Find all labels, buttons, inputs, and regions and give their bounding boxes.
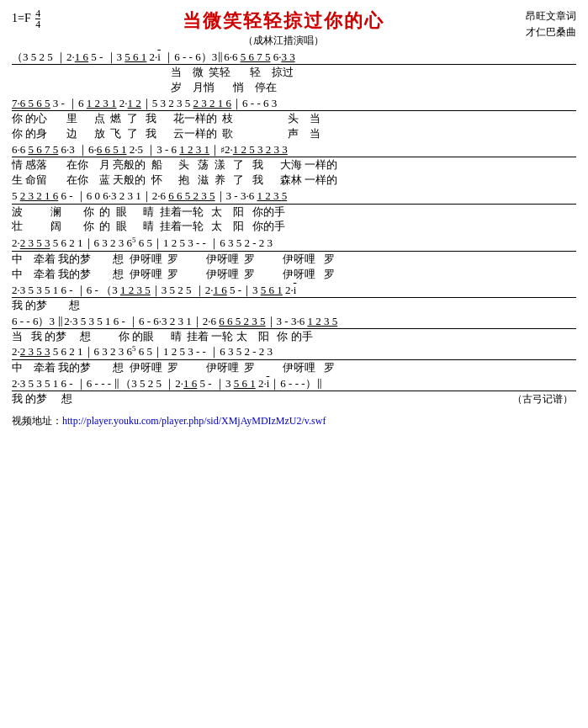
line5-block: 2·2 3 5 3 5 6 2 1｜6 3 2 3 65 6 5｜1 2 5 3… [12,236,576,281]
line9-bottom: 我 的梦 想 （古弓记谱） [12,392,576,409]
line2-block: 7·6 5 6 5 3 - ｜6 1 2 3 1 2·1 2｜5 3 2 3 5… [12,98,576,141]
line3-block: 6·6 5 6 7 5 6·3 ｜6·6 6 5 1 2·5 ｜3 - 6 1 … [12,144,576,188]
line7-notation: 6 - - 6）3 ‖2·3 5 3 5 1 6 - ｜6 - 6·3 2 3 … [12,316,576,329]
line2-lyrics2: 你 的身 边 放 飞 了 我 云一样的 歌 声 当 [12,127,576,141]
url-prefix: 视频地址： [12,415,62,427]
line7-block: 6 - - 6）3 ‖2·3 5 3 5 1 6 - ｜6 - 6·3 2 3 … [12,316,576,344]
line4-notation: 5 2 3 2 1 6 6 - ｜6 0 6·3 2 3 1｜2·6 6 6 5… [12,190,576,204]
line5-lyrics2: 中 牵着 我的梦 想 伊呀哩 罗 伊呀哩 罗 伊呀哩 罗 [12,268,576,282]
line4-lyrics1: 波 澜 你 的 眼 晴 挂着一轮 太 阳 你的手 [12,205,576,220]
line3-lyrics2: 生 命留 在你 蓝 天般的 怀 抱 滋 养 了 我 森林 一样的 [12,173,576,188]
line1-lyrics2: 岁 月悄 悄 停在 [12,81,576,95]
url-line: 视频地址：http://player.youku.com/player.php/… [12,414,576,428]
line3-lyrics1: 情 感落 在你 月 亮般的 船 头 荡 漾 了 我 大海 一样的 [12,158,576,173]
line8-notation: 2·2 3 5 3 5 6 2 1｜6 3 2 3 65 6 5｜1 2 5 3… [12,345,576,360]
author1: 昂旺文章词 [526,8,576,24]
line7-lyrics1: 当 我 的梦 想 你 的眼 晴 挂着 一轮 太 阳 你 的手 [12,330,576,344]
url-link[interactable]: http://player.youku.com/player.php/sid/X… [62,415,326,427]
line9-lyrics1: 我 的梦 想 [12,392,72,407]
line6-notation: 2·3 5 3 5 1 6 - ｜6 - （3 1 2 3 5｜3 5 2 5 … [12,284,576,298]
line1-notation: （3 5 2 5 ｜2·1 6 5 - ｜3 5 6 1 2·i ｜6 - - … [12,51,576,65]
line3-notation: 6·6 5 6 7 5 6·3 ｜6·6 6 5 1 2·5 ｜3 - 6 1 … [12,144,576,157]
line6-lyrics1: 我 的梦 想 [12,299,576,313]
author2: 才仁巴桑曲 [526,24,576,40]
music-section: （3 5 2 5 ｜2·1 6 5 - ｜3 5 6 1 2·i ｜6 - - … [12,51,576,409]
line6-block: 2·3 5 3 5 1 6 - ｜6 - （3 1 2 3 5｜3 5 2 5 … [12,284,576,313]
line4-lyrics2: 壮 阔 你 的 眼 晴 挂着一轮 太 阳 你的手 [12,220,576,234]
main-title: 当微笑轻轻掠过你的心 [40,8,526,34]
line2-lyrics1: 你 的心 里 点 燃 了 我 花一样的 枝 头 当 [12,112,576,126]
line9-block: 2·3 5 3 5 1 6 - ｜6 - - - ‖（3 5 2 5 ｜2·1 … [12,378,576,409]
line5-notation: 2·2 3 5 3 5 6 2 1｜6 3 2 3 65 6 5｜1 2 5 3… [12,236,576,252]
line2-notation: 7·6 5 6 5 3 - ｜6 1 2 3 1 2·1 2｜5 3 2 3 5… [12,98,576,111]
line8-lyrics1: 中 牵着 我的梦 想 伊呀哩 罗 伊呀哩 罗 伊呀哩 罗 [12,361,576,375]
key-label: 1=F [12,12,31,24]
header: 1=F 4 4 当微笑轻轻掠过你的心 （成林江措演唱） 昂旺文章词 才仁巴桑曲 [12,8,576,48]
line4-block: 5 2 3 2 1 6 6 - ｜6 0 6·3 2 3 1｜2·6 6 6 5… [12,190,576,234]
line1-block: （3 5 2 5 ｜2·1 6 5 - ｜3 5 6 1 2·i ｜6 - - … [12,51,576,95]
line1-lyrics1: 当 微 笑轻 轻 掠过 [12,66,576,80]
ancient-notation-label: （古弓记谱） [512,392,576,409]
title-area: 当微笑轻轻掠过你的心 （成林江措演唱） [40,8,526,48]
line5-lyrics1: 中 牵着 我的梦 想 伊呀哩 罗 伊呀哩 罗 伊呀哩 罗 [12,252,576,267]
subtitle: （成林江措演唱） [40,34,526,48]
author-area: 昂旺文章词 才仁巴桑曲 [526,8,576,40]
line8-block: 2·2 3 5 3 5 6 2 1｜6 3 2 3 65 6 5｜1 2 5 3… [12,345,576,375]
key-signature: 1=F 4 4 [12,8,40,29]
line9-notation: 2·3 5 3 5 1 6 - ｜6 - - - ‖（3 5 2 5 ｜2·1 … [12,378,576,391]
